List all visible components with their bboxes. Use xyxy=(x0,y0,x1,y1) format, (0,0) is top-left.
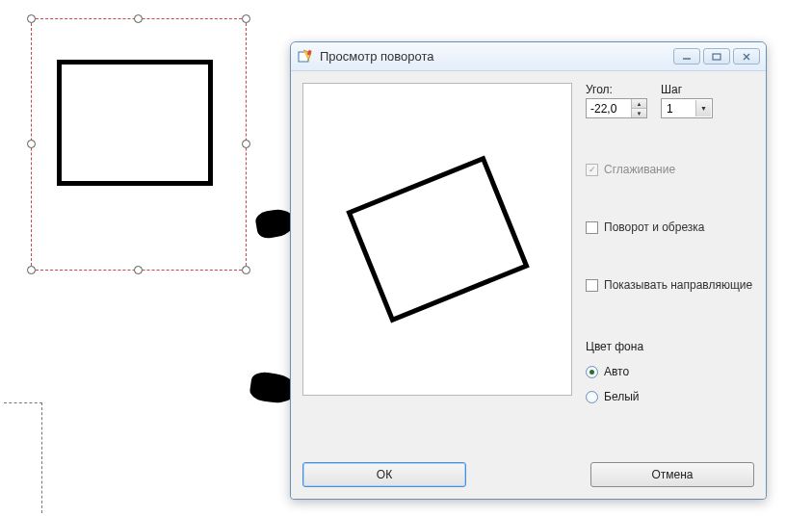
bg-auto-radio-row[interactable]: Авто xyxy=(586,365,754,378)
titlebar[interactable]: Просмотр поворота xyxy=(291,42,766,71)
dialog-title: Просмотр поворота xyxy=(320,49,670,64)
smoothing-checkbox: ✓ xyxy=(586,164,598,176)
resize-handle-br[interactable] xyxy=(242,266,250,274)
dialog-body: Угол: ▲ ▼ Шаг 1 ▼ xyxy=(291,71,766,499)
cancel-button-label: Отмена xyxy=(651,468,693,481)
preview-rotated-shape xyxy=(346,156,530,323)
resize-handle-mr[interactable] xyxy=(242,140,250,148)
maximize-button[interactable] xyxy=(703,48,730,65)
show-guides-checkbox-row[interactable]: Показывать направляющие xyxy=(586,278,754,292)
minimize-button[interactable] xyxy=(673,48,700,65)
resize-handle-tr[interactable] xyxy=(242,14,250,23)
rotate-crop-label: Поворот и обрезка xyxy=(604,220,704,234)
cancel-button[interactable]: Отмена xyxy=(590,462,754,487)
step-label: Шаг xyxy=(661,83,713,96)
resize-handle-bm[interactable] xyxy=(134,266,143,274)
bg-auto-radio[interactable] xyxy=(586,366,598,378)
ok-button[interactable]: ОК xyxy=(302,462,466,487)
show-guides-label: Показывать направляющие xyxy=(604,278,752,292)
show-guides-checkbox[interactable] xyxy=(586,279,598,292)
canvas-boundary xyxy=(4,402,42,513)
rotate-preview-dialog: Просмотр поворота Угол: xyxy=(290,41,767,500)
angle-label: Угол: xyxy=(586,83,647,96)
preview-pane xyxy=(302,83,572,396)
spinner-down-icon[interactable]: ▼ xyxy=(631,109,646,117)
bg-white-label: Белый xyxy=(604,390,639,403)
resize-handle-bl[interactable] xyxy=(27,266,36,274)
smoothing-checkbox-row: ✓ Сглаживание xyxy=(586,163,754,176)
resize-handle-tl[interactable] xyxy=(27,14,36,23)
bg-auto-label: Авто xyxy=(604,365,629,378)
step-combo[interactable]: 1 ▼ xyxy=(661,98,713,118)
svg-rect-3 xyxy=(713,54,720,60)
angle-spinner[interactable]: ▲ ▼ xyxy=(586,98,647,118)
bg-white-radio[interactable] xyxy=(586,391,598,403)
resize-handle-tm[interactable] xyxy=(134,14,143,23)
canvas-rectangle-shape xyxy=(57,60,213,186)
step-value: 1 xyxy=(667,102,673,116)
ok-button-label: ОК xyxy=(377,468,392,481)
spinner-up-icon[interactable]: ▲ xyxy=(631,99,646,109)
controls-column: Угол: ▲ ▼ Шаг 1 ▼ xyxy=(586,83,754,447)
rotate-crop-checkbox[interactable] xyxy=(586,221,598,234)
close-button[interactable] xyxy=(733,48,760,65)
smoothing-label: Сглаживание xyxy=(604,163,675,176)
bg-color-group-label: Цвет фона xyxy=(586,340,754,353)
chevron-down-icon[interactable]: ▼ xyxy=(695,100,711,116)
app-icon xyxy=(297,48,314,65)
canvas-boundary xyxy=(4,402,42,403)
rotate-crop-checkbox-row[interactable]: Поворот и обрезка xyxy=(586,220,754,234)
bg-white-radio-row[interactable]: Белый xyxy=(586,390,754,403)
resize-handle-ml[interactable] xyxy=(27,140,36,148)
